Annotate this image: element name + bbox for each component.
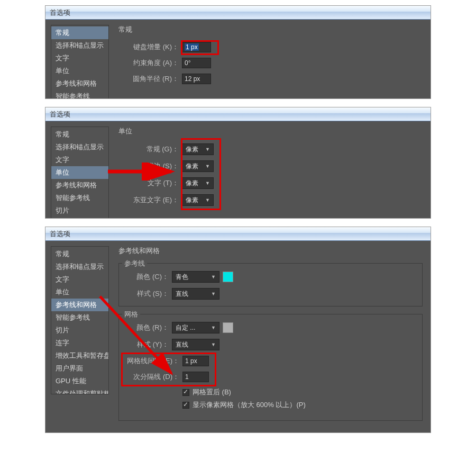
- chevron-down-icon: ▼: [205, 164, 210, 169]
- guide-style-dropdown[interactable]: 直线▼: [172, 288, 219, 300]
- sidebar: 常规 选择和锚点显示 文字 单位 参考线和网格 智能参考线: [51, 25, 109, 99]
- sidebar-item-type[interactable]: 文字: [51, 52, 108, 65]
- sidebar-item-selection[interactable]: 选择和锚点显示: [51, 260, 108, 273]
- chevron-down-icon: ▼: [205, 197, 210, 203]
- grid-style-dropdown[interactable]: 直线▼: [172, 339, 219, 350]
- sidebar-item-units[interactable]: 单位: [51, 166, 108, 179]
- sidebar-item-general[interactable]: 常规: [51, 248, 108, 260]
- units-general-label: 常规 (G)：: [118, 145, 182, 154]
- sidebar-item-plugins[interactable]: 增效工具和暂存盘: [51, 349, 108, 362]
- chevron-down-icon: ▼: [211, 342, 216, 347]
- sidebar-item-units[interactable]: 单位: [51, 286, 108, 299]
- section-title: 单位: [118, 127, 431, 136]
- sidebar: 常规 选择和锚点显示 文字 单位 参考线和网格 智能参考线 切片 连字: [51, 127, 109, 219]
- grid-spacing-input[interactable]: 1 px: [182, 356, 209, 366]
- chevron-down-icon: ▼: [211, 291, 216, 296]
- grid-style-label: 样式 (Y)：: [124, 340, 172, 349]
- guide-color-label: 颜色 (C)：: [124, 272, 172, 282]
- constrain-angle-label: 约束角度 (A)：: [118, 58, 182, 68]
- sidebar-item-selection[interactable]: 选择和锚点显示: [51, 141, 108, 154]
- sidebar-item-smartguides[interactable]: 智能参考线: [51, 311, 108, 324]
- units-stroke-dropdown[interactable]: 像素▼: [182, 160, 214, 172]
- grid-subdiv-input[interactable]: 1: [182, 372, 209, 382]
- grid-behind-checkbox[interactable]: 网格置后 (B): [124, 387, 417, 397]
- units-stroke-label: 描边 (S)：: [118, 161, 182, 171]
- sidebar-item-guides[interactable]: 参考线和网格: [51, 77, 108, 90]
- sidebar-item-units[interactable]: 单位: [51, 65, 108, 77]
- guide-style-label: 样式 (S)：: [124, 289, 172, 299]
- guide-color-swatch[interactable]: [223, 272, 233, 282]
- grid-color-swatch[interactable]: [223, 322, 233, 333]
- sidebar-item-type[interactable]: 文字: [51, 154, 108, 166]
- sidebar-item-gpu[interactable]: GPU 性能: [51, 375, 108, 387]
- sidebar-item-file[interactable]: 文件处理和剪贴板: [51, 387, 108, 394]
- section-title: 参考线和网格: [118, 246, 423, 256]
- sidebar-item-slices[interactable]: 切片: [51, 324, 108, 337]
- units-east-asian-label: 东亚文字 (E)：: [118, 195, 182, 205]
- sidebar-item-type[interactable]: 文字: [51, 273, 108, 286]
- units-general-dropdown[interactable]: 像素▼: [182, 143, 214, 155]
- guides-legend: 参考线: [122, 259, 147, 268]
- sidebar-item-hyphen[interactable]: 连字: [51, 337, 108, 349]
- chevron-down-icon: ▼: [211, 325, 216, 330]
- keyboard-increment-input[interactable]: 1 px: [182, 42, 211, 52]
- sidebar-item-guides[interactable]: 参考线和网格: [51, 179, 108, 192]
- grid-legend: 网格: [122, 310, 140, 319]
- chevron-down-icon: ▼: [205, 147, 210, 152]
- sidebar: 常规 选择和锚点显示 文字 单位 参考线和网格 智能参考线 切片 连字 增效工具…: [51, 246, 109, 394]
- sidebar-item-selection[interactable]: 选择和锚点显示: [51, 39, 108, 52]
- chevron-down-icon: ▼: [211, 274, 216, 279]
- sidebar-item-guides[interactable]: 参考线和网格: [51, 299, 108, 311]
- checkbox-icon: [182, 389, 189, 396]
- checkbox-icon: [182, 402, 189, 409]
- sidebar-item-smartguides[interactable]: 智能参考线: [51, 90, 108, 99]
- corner-radius-label: 圆角半径 (R)：: [118, 74, 182, 84]
- units-type-dropdown[interactable]: 像素▼: [182, 177, 214, 189]
- constrain-angle-input[interactable]: 0°: [182, 58, 211, 68]
- units-east-asian-dropdown[interactable]: 像素▼: [182, 194, 214, 206]
- grid-color-label: 颜色 (R)：: [124, 323, 172, 332]
- sidebar-item-slices[interactable]: 切片: [51, 204, 108, 217]
- pixel-grid-checkbox[interactable]: 显示像素网格（放大 600% 以上）(P): [124, 400, 417, 410]
- guides-fieldset: 参考线 颜色 (C)： 青色▼ 样式 (S)： 直线▼: [118, 263, 423, 306]
- corner-radius-input[interactable]: 12 px: [182, 74, 211, 84]
- chevron-down-icon: ▼: [205, 181, 210, 186]
- window-title: 首选项: [45, 6, 431, 20]
- sidebar-item-general[interactable]: 常规: [51, 26, 108, 39]
- keyboard-increment-label: 键盘增量 (K)：: [118, 42, 182, 52]
- grid-subdiv-label: 次分隔线 (D)：: [124, 372, 182, 382]
- units-type-label: 文字 (T)：: [118, 178, 182, 188]
- section-title: 常规: [118, 25, 431, 34]
- sidebar-item-smartguides[interactable]: 智能参考线: [51, 192, 108, 204]
- window-title: 首选项: [45, 227, 431, 241]
- sidebar-item-hyphen[interactable]: 连字: [51, 217, 108, 219]
- window-title: 首选项: [45, 107, 431, 121]
- guide-color-dropdown[interactable]: 青色▼: [172, 271, 219, 283]
- grid-color-dropdown[interactable]: 自定 ...▼: [172, 322, 219, 333]
- sidebar-item-ui[interactable]: 用户界面: [51, 362, 108, 375]
- sidebar-item-general[interactable]: 常规: [51, 128, 108, 141]
- grid-fieldset: 网格 颜色 (R)： 自定 ...▼ 样式 (Y)： 直线▼ 网格线间隔 (E)…: [118, 314, 423, 421]
- grid-spacing-label: 网格线间隔 (E)：: [124, 356, 182, 366]
